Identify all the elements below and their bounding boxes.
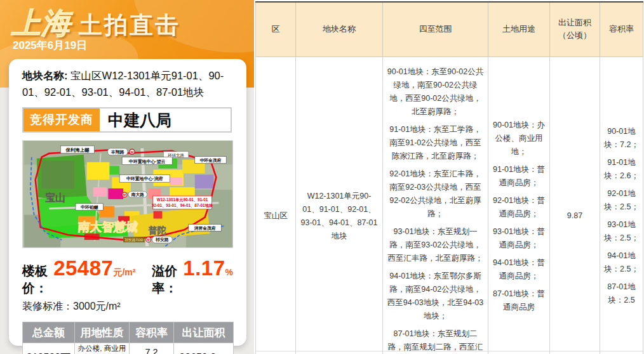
boundary-item: 90-01地块：东至90-02公共绿地，南至90-02公共绿地，西至90-02公… [386, 65, 485, 119]
floor-price-value: 25487 [53, 256, 113, 280]
map-station: M 南大路 [122, 192, 147, 198]
svg-text:92-01、93-01、94-01、87-01地块: 92-01、93-01、94-01、87-01地块 [152, 203, 213, 208]
winner-name: 中建八局 [100, 108, 171, 131]
price-metrics-row: 楼板价： 25487 元/m² 溢价率： 1.17 % [22, 256, 233, 297]
summary-far-value: 7.2 2.6, 2.5 [130, 343, 174, 354]
cell-boundaries: 90-01地块：东至90-02公共绿地，南至90-02公共绿地，西至90-02公… [383, 56, 488, 354]
map-station: 丰翔路 M [107, 148, 135, 155]
winner-row: 竞得开发商 中建八局 [22, 107, 232, 133]
map-label-project: 中环金茂府 [195, 157, 226, 164]
floor-price-unit: 元/m² [113, 267, 135, 279]
far-item: 90-01地块：7.2； [603, 125, 640, 152]
land-use-item: 92-01地块：普通商品房； [492, 194, 546, 221]
tod-label: 祁安路TOD [124, 238, 143, 242]
far-item: 94-01地块：2.5； [603, 249, 640, 276]
header-land-use: 土地用途 [488, 2, 550, 56]
summary-usage-value: 办公楼, 商业用地 普通商品房 [75, 343, 130, 354]
map-label-project: 中环置地中心·润府 [119, 174, 170, 182]
summary-header-total: 总金额 [23, 322, 75, 343]
svg-text:中环金茂府: 中环金茂府 [200, 158, 222, 163]
svg-text:W12-1301单元90-01、91-01: W12-1301单元90-01、91-01 [157, 197, 208, 202]
svg-text:丰翔路: 丰翔路 [111, 149, 124, 155]
brand-title: 土拍直击 [79, 10, 180, 41]
map-station: 祁安路TOD M 祁安路 [123, 236, 172, 243]
map-label-project: 中环铂樾 [76, 204, 103, 211]
poster-brand: 上海 土拍直击 [11, 4, 180, 43]
cell-area: 9.87 [550, 56, 600, 354]
land-use-item: 90-01地块：办公楼、商业用地； [492, 119, 546, 159]
header-district: 区 [256, 2, 296, 56]
svg-text:M: M [123, 193, 126, 197]
svg-text:祁安路: 祁安路 [155, 237, 169, 242]
svg-text:M: M [147, 239, 150, 242]
land-use-item: 93-01地块：普通商品房； [492, 225, 546, 252]
summary-header-row: 总金额 用地性质 容积率 出让面积 [23, 322, 234, 343]
far-item: 91-01地块：2.6； [603, 156, 640, 183]
cell-far: 90-01地块：7.2； 91-01地块：2.6； 92-01地块：2.5； 9… [600, 56, 643, 354]
summary-area-value: 98659.8m² [174, 343, 234, 354]
header-far: 容积率 [600, 2, 643, 56]
svg-text:中环置地中心·润府: 中环置地中心·润府 [126, 176, 163, 181]
map-label-project: 中环置地中心·望云 [122, 157, 172, 165]
district-label-putuo: 普陀 [149, 225, 166, 235]
boundary-item: 91-01地块：东至工学路，南至91-02公共绿地，西至陈家江路，北至蔚厚路； [386, 123, 485, 163]
cell-parcel-name: W12-1301单元90-01、91-01、92-01、93-01、94-01、… [296, 56, 383, 354]
poster-date: 2025年6月19日 [13, 38, 87, 53]
far-item: 87-01地块：2.5 [603, 280, 640, 307]
land-auction-poster: 上海 土拍直击 2025年6月19日 地块名称: 宝山区W12-1301单元91… [0, 0, 254, 354]
summary-header-usage: 用地性质 [75, 322, 130, 343]
land-use-item: 94-01地块：普通商品房； [492, 256, 546, 283]
floor-price-label: 楼板价： [22, 263, 53, 297]
map-label-project: 保利海上樾 [60, 146, 94, 154]
svg-text:润雲金茂府: 润雲金茂府 [194, 226, 216, 231]
summary-total-value: 819533万 [23, 343, 75, 354]
winner-badge: 竞得开发商 [23, 108, 100, 131]
premium-rate-label: 溢价率： [152, 263, 183, 297]
far-item: 93-01地块：2.5； [603, 218, 640, 245]
svg-text:环镇北路: 环镇北路 [168, 153, 184, 158]
header-boundaries: 四至范围 [383, 2, 488, 56]
summary-header-area: 出让面积 [174, 322, 234, 343]
boundary-item: 94-01地块：东至鄂尔多斯路，南至94-02公共绿地，西至94-03地块，北至… [386, 270, 485, 323]
parcel-detail-panel: 区 地块名称 四至范围 土地用途 出让面积（公顷） 容积率 宝山区 W12-13… [254, 0, 644, 354]
usage-line1: 办公楼, 商业用地 [75, 344, 129, 354]
svg-text:保利海上樾: 保利海上樾 [65, 147, 90, 153]
far-item: 92-01地块：2.5； [603, 187, 640, 214]
map-parcel-callout: W12-1301单元90-01、91-01 92-01、93-01、94-01、… [152, 196, 213, 209]
parcel-location-map: 保利海上樾 丰翔路 M 环镇北路 中环金茂府 [22, 140, 233, 248]
parcel-name-label: 地块名称: [22, 70, 68, 81]
svg-text:中环铂樾: 中环铂樾 [81, 205, 98, 210]
far-line1: 7.2 [130, 346, 173, 354]
detail-header-row: 区 地块名称 四至范围 土地用途 出让面积（公顷） 容积率 [256, 2, 643, 56]
detail-data-row: 宝山区 W12-1301单元90-01、91-01、92-01、93-01、94… [256, 56, 643, 354]
land-use-item: 87-01地块：普通商品房 [492, 287, 546, 314]
next-row-divider [255, 351, 643, 351]
boundary-item: 92-01地块：东至汇丰路，南至92-03公共绿地，西至92-02公共绿地，北至… [386, 167, 485, 221]
boundary-item: 87-01地块：东至规划二路，南至规划二路，西至汇丰路，北至规划十路 [386, 327, 485, 354]
premium-rate-value: 1.17 [183, 256, 225, 280]
parcel-name-line: 地块名称: 宝山区W12-1301单元91-01、90-01、92-01、93-… [22, 67, 233, 100]
svg-text:中环置地中心·望云: 中环置地中心·望云 [129, 159, 166, 164]
summary-header-far: 容积率 [130, 322, 174, 343]
summary-value-row: 819533万 办公楼, 商业用地 普通商品房 7.2 2.6, 2.5 986… [23, 343, 234, 354]
auction-card: 地块名称: 宝山区W12-1301单元91-01、90-01、92-01、93-… [9, 59, 246, 346]
map-image: 保利海上樾 丰翔路 M 环镇北路 中环金茂府 [23, 141, 234, 247]
area-title-label: 南大智慧城 [77, 220, 138, 233]
map-label-road: 环镇北路 [163, 152, 189, 158]
premium-rate-unit: % [225, 267, 233, 277]
header-parcel-name: 地块名称 [296, 2, 383, 56]
map-label-project: 润雲金茂府 [189, 224, 221, 231]
svg-text:M: M [131, 150, 134, 154]
summary-table: 总金额 用地性质 容积率 出让面积 819533万 办公楼, 商业用地 普通商品… [22, 322, 234, 354]
cell-district: 宝山区 [256, 56, 296, 354]
boundary-item: 93-01地块：东至规划一路，南至93-02公共绿地，西至汇丰路，北至蔚厚路； [386, 225, 485, 265]
decoration-standard: 装修标准：3000元/m² [22, 300, 233, 313]
screenshot-root: 上海 土拍直击 2025年6月19日 地块名称: 宝山区W12-1301单元91… [0, 0, 644, 354]
header-area: 出让面积（公顷） [550, 2, 600, 56]
cell-land-use: 90-01地块：办公楼、商业用地； 91-01地块：普通商品房； 92-01地块… [488, 56, 550, 354]
district-label-baoshan: 宝山 [46, 192, 66, 203]
svg-text:南大路: 南大路 [131, 192, 144, 197]
land-use-item: 91-01地块：普通商品房； [492, 163, 546, 190]
parcel-detail-table: 区 地块名称 四至范围 土地用途 出让面积（公顷） 容积率 宝山区 W12-13… [255, 1, 643, 354]
brand-city-logo: 上海 [11, 4, 71, 43]
